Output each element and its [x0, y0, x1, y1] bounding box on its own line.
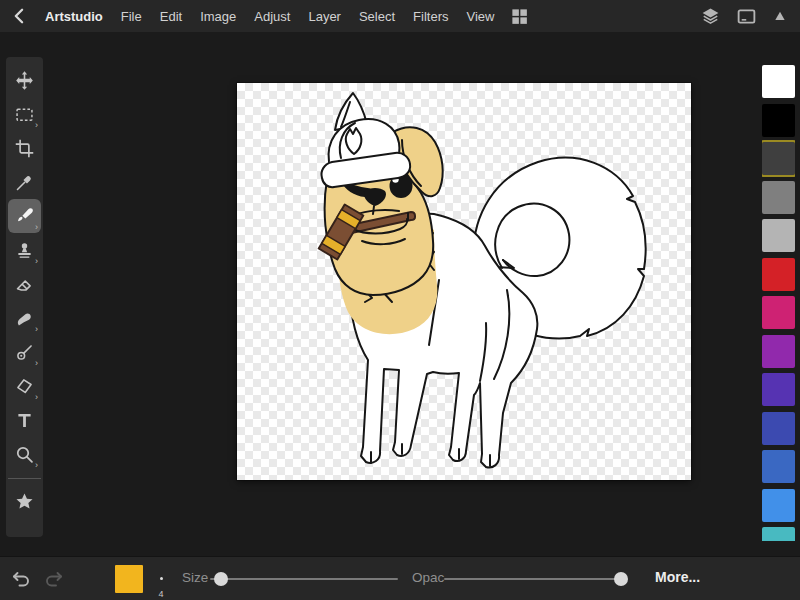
palette-swatch-3[interactable] [762, 142, 795, 175]
palette-swatch-9[interactable] [762, 373, 795, 406]
collapse-triangle-icon[interactable] [772, 8, 788, 24]
crop-tool-button[interactable] [8, 131, 41, 165]
palette-swatch-6[interactable] [762, 258, 795, 291]
move-tool-button[interactable] [8, 63, 41, 97]
menu-bar: Artstudio File Edit Image Adjust Layer S… [36, 9, 503, 24]
eraser-icon [14, 274, 35, 295]
menu-artstudio[interactable]: Artstudio [36, 9, 112, 24]
favorites-tool-button[interactable] [8, 484, 41, 518]
opacity-label: Opac [412, 570, 444, 585]
current-color-swatch[interactable] [115, 565, 143, 593]
brush-icon [14, 206, 35, 227]
chevron-left-icon[interactable] [10, 6, 30, 26]
size-slider-track[interactable] [210, 578, 398, 580]
canvas-artwork [237, 83, 691, 480]
palette-swatch-7[interactable] [762, 296, 795, 329]
tool-palette: ››››››› [6, 57, 43, 537]
text-icon [14, 410, 35, 431]
submenu-arrow-icon: › [35, 257, 38, 266]
color-palette [762, 65, 795, 541]
submenu-arrow-icon: › [35, 121, 38, 130]
smudge-tool-button[interactable]: › [8, 301, 41, 335]
layers-icon[interactable] [700, 6, 721, 27]
palette-swatch-13[interactable] [762, 527, 795, 541]
select-tool-button[interactable]: › [8, 97, 41, 131]
submenu-arrow-icon: › [35, 393, 38, 402]
bottom-options-bar: 4 Size Opac More... [0, 556, 800, 600]
brush-tool-button[interactable]: › [8, 199, 41, 233]
eyedropper-icon [14, 172, 35, 193]
submenu-arrow-icon: › [35, 223, 38, 232]
favorites-icon [14, 491, 35, 512]
move-icon [14, 70, 35, 91]
heal-icon [14, 342, 35, 363]
palette-swatch-2[interactable] [762, 104, 795, 137]
brush-size-value: 4 [158, 589, 163, 599]
palette-swatch-11[interactable] [762, 450, 795, 483]
menu-filters[interactable]: Filters [404, 9, 457, 24]
menu-adjust[interactable]: Adjust [245, 9, 299, 24]
top-menu-bar: Artstudio File Edit Image Adjust Layer S… [0, 0, 800, 32]
menu-select[interactable]: Select [350, 9, 404, 24]
grid-view-icon[interactable] [510, 7, 529, 26]
shape-icon [14, 376, 35, 397]
shape-tool-button[interactable]: › [8, 369, 41, 403]
menu-view[interactable]: View [457, 9, 503, 24]
brush-tip-dot [160, 577, 163, 580]
more-button[interactable]: More... [655, 569, 700, 585]
canvas-frame-icon[interactable] [736, 6, 757, 27]
palette-swatch-4[interactable] [762, 181, 795, 214]
text-tool-button[interactable] [8, 403, 41, 437]
toolbar-divider [8, 478, 41, 479]
artstudio-app: Artstudio File Edit Image Adjust Layer S… [0, 0, 800, 600]
drawing-canvas[interactable] [237, 83, 691, 480]
menu-layer[interactable]: Layer [299, 9, 350, 24]
brush-size-preview[interactable]: 4 [152, 562, 170, 598]
size-slider-knob[interactable] [214, 572, 228, 586]
redo-arrow-icon[interactable] [41, 567, 65, 591]
submenu-arrow-icon: › [35, 325, 38, 334]
smudge-icon [14, 308, 35, 329]
undo-arrow-icon[interactable] [10, 567, 34, 591]
eraser-tool-button[interactable] [8, 267, 41, 301]
opacity-slider[interactable] [444, 571, 626, 587]
palette-swatch-10[interactable] [762, 412, 795, 445]
stamp-icon [14, 240, 35, 261]
palette-swatch-12[interactable] [762, 489, 795, 522]
opacity-slider-knob[interactable] [614, 572, 628, 586]
stamp-tool-button[interactable]: › [8, 233, 41, 267]
menu-file[interactable]: File [112, 9, 151, 24]
zoom-icon [14, 444, 35, 465]
size-label: Size [182, 570, 208, 585]
palette-swatch-1[interactable] [762, 65, 795, 98]
menu-image[interactable]: Image [191, 9, 245, 24]
eyedropper-tool-button[interactable] [8, 165, 41, 199]
zoom-tool-button[interactable]: › [8, 437, 41, 471]
submenu-arrow-icon: › [35, 359, 38, 368]
heal-tool-button[interactable]: › [8, 335, 41, 369]
submenu-arrow-icon: › [35, 461, 38, 470]
crop-icon [14, 138, 35, 159]
palette-swatch-5[interactable] [762, 219, 795, 252]
menu-edit[interactable]: Edit [151, 9, 191, 24]
opacity-slider-track[interactable] [444, 578, 626, 580]
palette-swatch-8[interactable] [762, 335, 795, 368]
size-slider[interactable] [210, 571, 398, 587]
select-icon [14, 104, 35, 125]
